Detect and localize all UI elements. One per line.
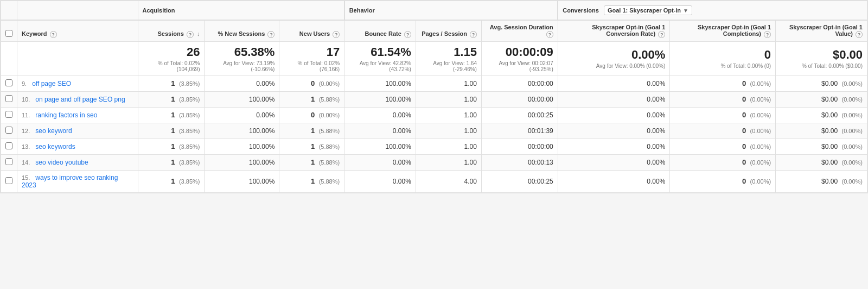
conversion-rate-cell: 0.00% <box>558 76 670 91</box>
bounce-rate-help-icon[interactable]: ? <box>404 31 411 38</box>
sessions-pct: (3.85%) <box>179 178 200 185</box>
section-header-row: Acquisition Behavior Conversions Goal 1:… <box>1 1 867 21</box>
value-value: $0.00 <box>821 111 838 119</box>
completions-value: 0 <box>742 158 746 166</box>
avg-duration-value: 00:00:25 <box>528 178 553 185</box>
keyword-text[interactable]: ways to improve seo ranking 2023 <box>22 174 118 189</box>
value-cell: $0.00 (0.00%) <box>776 170 867 192</box>
completions-cell: 0 (0.00%) <box>670 76 776 91</box>
new-users-help-icon[interactable]: ? <box>333 31 340 38</box>
keyword-text[interactable]: off page SEO <box>32 80 71 87</box>
keyword-text[interactable]: on page and off page SEO png <box>35 96 125 103</box>
completions-pct: (0.00%) <box>750 178 771 185</box>
bounce-rate-value: 0.00% <box>393 178 411 185</box>
row-checkbox[interactable] <box>5 158 12 165</box>
row-checkbox-cell[interactable] <box>1 123 17 139</box>
row-checkbox-cell[interactable] <box>1 107 17 123</box>
value-cell: $0.00 (0.00%) <box>776 154 867 170</box>
row-checkbox[interactable] <box>5 142 12 149</box>
pct-new-sessions-value: 100.00% <box>249 127 275 135</box>
new-users-cell: 0 (0.00%) <box>279 107 344 123</box>
new-users-cell: 1 (5.88%) <box>279 154 344 170</box>
avg-duration-cell: 00:00:25 <box>481 107 558 123</box>
skyscraper-value-help-icon[interactable]: ? <box>856 31 863 38</box>
sessions-value: 1 <box>171 177 175 185</box>
avg-duration-value: 00:01:39 <box>528 127 553 135</box>
bounce-rate-cell: 0.00% <box>344 123 416 139</box>
row-checkbox-cell[interactable] <box>1 139 17 154</box>
new-users-value: 1 <box>311 142 315 150</box>
skyscraper-conversion-help-icon[interactable]: ? <box>658 31 665 38</box>
keyword-text[interactable]: seo keywords <box>35 143 75 150</box>
pct-new-sessions-help-icon[interactable]: ? <box>267 31 275 38</box>
row-checkbox[interactable] <box>5 111 12 118</box>
sessions-cell: 1 (3.85%) <box>138 170 205 192</box>
avg-duration-help-icon[interactable]: ? <box>546 31 553 38</box>
row-checkbox-cell[interactable] <box>1 91 17 107</box>
completions-cell: 0 (0.00%) <box>670 107 776 123</box>
pages-session-value: 1.00 <box>464 159 477 166</box>
bounce-rate-cell: 100.00% <box>344 76 416 91</box>
conversions-section-header: Conversions Goal 1: Skyscraper Opt-in ▼ <box>558 1 867 21</box>
summary-sessions-cell: 26 % of Total: 0.02% (104,069) <box>138 41 205 76</box>
pages-session-cell: 1.00 <box>416 76 481 91</box>
row-checkbox[interactable] <box>5 95 12 102</box>
completions-pct: (0.00%) <box>750 159 771 166</box>
sessions-sort-icon[interactable]: ↓ <box>197 30 200 37</box>
value-cell: $0.00 (0.00%) <box>776 91 867 107</box>
table-row: 14. seo video youtube 1 (3.85%) 100.00% … <box>1 154 867 170</box>
sessions-cell: 1 (3.85%) <box>138 139 205 154</box>
sessions-value: 1 <box>171 79 175 87</box>
new-users-value: 1 <box>311 95 315 103</box>
sessions-col-header: Sessions ? ↓ <box>138 20 205 41</box>
keyword-section-cell <box>17 1 138 21</box>
new-users-pct: (5.88%) <box>319 159 340 166</box>
value-cell: $0.00 (0.00%) <box>776 107 867 123</box>
avg-duration-col-header: Avg. Session Duration ? <box>481 20 558 41</box>
new-users-pct: (5.88%) <box>319 128 340 134</box>
completions-cell: 0 (0.00%) <box>670 154 776 170</box>
avg-duration-value: 00:00:25 <box>528 111 553 119</box>
row-checkbox-cell[interactable] <box>1 76 17 91</box>
value-value: $0.00 <box>821 127 838 135</box>
pages-session-cell: 1.00 <box>416 139 481 154</box>
keyword-cell: 14. seo video youtube <box>17 154 138 170</box>
row-checkbox[interactable] <box>5 177 12 184</box>
keyword-cell: 10. on page and off page SEO png <box>17 91 138 107</box>
acquisition-section-header: Acquisition <box>138 1 344 21</box>
pct-new-sessions-cell: 100.00% <box>205 170 279 192</box>
goal-dropdown[interactable]: Goal 1: Skyscraper Opt-in ▼ <box>604 5 692 15</box>
keyword-help-icon[interactable]: ? <box>50 31 57 38</box>
sessions-value: 1 <box>171 95 175 103</box>
row-checkbox[interactable] <box>5 127 12 134</box>
bounce-rate-value: 100.00% <box>386 143 411 150</box>
sessions-help-icon[interactable]: ? <box>187 31 194 38</box>
select-all-checkbox[interactable] <box>5 30 12 37</box>
keyword-text[interactable]: ranking factors in seo <box>35 111 97 119</box>
summary-keyword-cell <box>17 41 138 76</box>
row-checkbox-cell[interactable] <box>1 170 17 192</box>
row-number: 9. <box>22 80 27 87</box>
row-checkbox[interactable] <box>5 79 12 86</box>
keyword-text[interactable]: seo video youtube <box>35 159 88 166</box>
pct-new-sessions-cell: 100.00% <box>205 91 279 107</box>
conversion-rate-value: 0.00% <box>647 127 665 135</box>
summary-avg-duration-cell: 00:00:09 Avg for View: 00:02:07 (-93.25%… <box>481 41 558 76</box>
pct-new-sessions-value: 100.00% <box>249 178 275 185</box>
row-checkbox-cell[interactable] <box>1 154 17 170</box>
bounce-rate-cell: 100.00% <box>344 91 416 107</box>
skyscraper-completions-help-icon[interactable]: ? <box>764 31 771 38</box>
value-value: $0.00 <box>821 96 838 103</box>
keyword-text[interactable]: seo keyword <box>35 127 72 135</box>
bounce-rate-value: 0.00% <box>393 111 411 119</box>
pages-session-value: 1.00 <box>464 127 477 135</box>
completions-cell: 0 (0.00%) <box>670 170 776 192</box>
conversion-rate-value: 0.00% <box>647 96 665 103</box>
new-users-cell: 0 (0.00%) <box>279 76 344 91</box>
table-row: 11. ranking factors in seo 1 (3.85%) 0.0… <box>1 107 867 123</box>
pct-new-sessions-value: 100.00% <box>249 159 275 166</box>
pages-session-help-icon[interactable]: ? <box>470 31 477 38</box>
completions-pct: (0.00%) <box>750 80 771 87</box>
keyword-cell: 13. seo keywords <box>17 139 138 154</box>
conversion-rate-cell: 0.00% <box>558 170 670 192</box>
